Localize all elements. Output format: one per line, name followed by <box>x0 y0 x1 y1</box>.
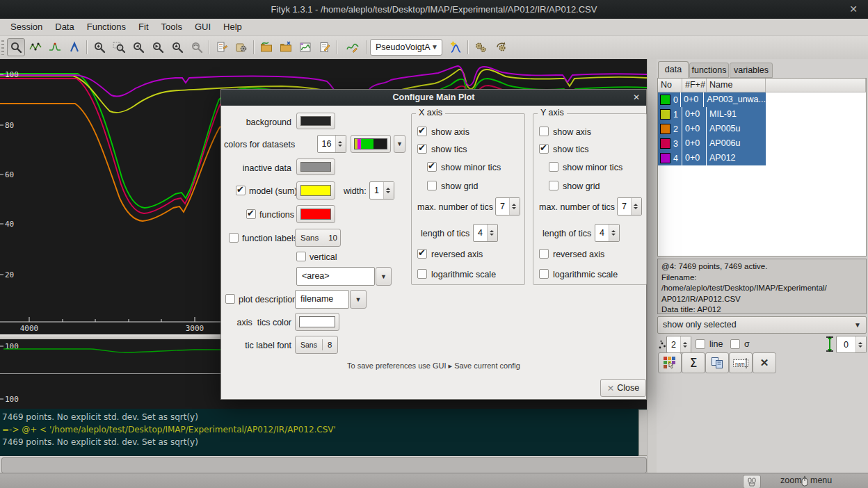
vertical-checkbox[interactable] <box>296 252 306 261</box>
table-row[interactable]: 40+0AP012 <box>658 151 866 165</box>
delete-data-button[interactable]: ✕ <box>753 352 776 373</box>
x-show-tics-checkbox[interactable] <box>417 144 427 154</box>
function-labels-checkbox[interactable] <box>229 233 239 243</box>
data-range-mode-button[interactable] <box>26 38 45 56</box>
load-data-custom-button[interactable] <box>277 38 295 56</box>
close-x-icon: ✕ <box>607 383 614 393</box>
tab-data[interactable]: data <box>658 61 689 78</box>
axis-tics-color-button[interactable] <box>295 313 339 331</box>
command-input[interactable] <box>1 457 647 473</box>
y-show-tics-checkbox[interactable] <box>539 144 549 154</box>
inactive-data-color-button[interactable] <box>296 158 335 175</box>
gui-config-button[interactable] <box>232 38 250 56</box>
zoom-vertical-button[interactable] <box>168 38 186 56</box>
y-tick-label: 100 <box>5 70 19 79</box>
column-header-no[interactable]: No <box>658 79 682 92</box>
y-log-scale-checkbox[interactable] <box>539 269 549 279</box>
zoom-selection-button[interactable] <box>110 38 128 56</box>
label-font-button[interactable]: Sans 10 <box>295 229 341 247</box>
shift-spinner[interactable]: 0 <box>836 336 867 353</box>
tab-variables[interactable]: variables <box>730 63 773 78</box>
table-row[interactable]: 10+0MIL-91 <box>658 107 866 122</box>
column-header-f[interactable]: #F+# <box>682 79 707 92</box>
previous-zoom-button[interactable] <box>188 38 206 56</box>
x-max-tics-spinner[interactable]: 7 <box>495 197 520 215</box>
line-checkbox[interactable] <box>696 339 705 349</box>
undo-fit-button[interactable] <box>492 38 511 56</box>
y-show-grid-checkbox[interactable] <box>549 181 558 190</box>
y-show-minor-tics-checkbox[interactable] <box>549 162 558 172</box>
x-show-axis-checkbox[interactable] <box>417 127 427 136</box>
spinner-arrows[interactable] <box>855 336 866 352</box>
tic-font-button[interactable]: Sans 8 <box>295 336 338 354</box>
function-type-combobox[interactable]: PseudoVoigtA ▼ <box>370 39 442 56</box>
zoom-mode-button[interactable] <box>7 38 25 56</box>
spinner-arrows[interactable] <box>509 198 520 215</box>
menu-help[interactable]: Help <box>217 19 248 35</box>
menu-fit[interactable]: Fit <box>132 19 154 35</box>
y-reversed-axis-checkbox[interactable] <box>539 249 549 259</box>
model-width-spinner[interactable]: 1 <box>369 181 394 200</box>
x-tic-length-spinner[interactable]: 4 <box>473 224 498 242</box>
close-button[interactable]: ✕ Close <box>600 379 646 397</box>
spinner-arrows[interactable] <box>487 225 497 241</box>
dataset-colors-button[interactable] <box>658 352 682 373</box>
table-row[interactable]: 00+0AP003_unwa... <box>658 92 866 107</box>
copy-data-button[interactable] <box>705 352 729 373</box>
run-fit-button[interactable] <box>472 38 490 56</box>
zoom-all-button[interactable] <box>90 38 108 56</box>
x-show-minor-tics-checkbox[interactable] <box>427 162 437 172</box>
define-function-button[interactable] <box>344 38 362 56</box>
model-checkbox[interactable] <box>236 186 246 195</box>
menu-gui[interactable]: GUI <box>188 19 217 35</box>
mouse-mode-button[interactable] <box>743 475 761 488</box>
spinner-arrows[interactable] <box>609 225 619 241</box>
auto-add-peak-button[interactable] <box>447 38 465 56</box>
sigma-checkbox[interactable] <box>730 339 740 349</box>
load-data-button[interactable] <box>257 38 275 56</box>
x-log-scale-checkbox[interactable] <box>417 269 427 279</box>
description-combobox[interactable]: filename <box>295 290 349 309</box>
menu-functions[interactable]: Functions <box>81 19 132 35</box>
y-tic-length-spinner[interactable]: 4 <box>595 224 620 242</box>
background-color-button[interactable] <box>296 113 335 129</box>
menu-tools[interactable]: Tools <box>155 19 188 35</box>
functions-checkbox[interactable] <box>246 209 256 219</box>
x-reversed-axis-checkbox[interactable] <box>417 249 427 259</box>
y-max-tics-spinner[interactable]: 7 <box>617 197 642 215</box>
dataset-colors-count-spinner[interactable]: 16 <box>317 135 346 153</box>
show-filter-combobox[interactable]: show only selected ▼ <box>657 316 867 334</box>
y-show-axis-checkbox[interactable] <box>539 127 549 136</box>
description-dropdown-button[interactable]: ▼ <box>350 290 367 309</box>
label-text-combobox[interactable]: <area> <box>296 267 375 286</box>
drag-peak-mode-button[interactable] <box>65 38 83 56</box>
export-image-button[interactable] <box>296 38 314 56</box>
point-size-spinner[interactable]: 2 <box>666 336 691 353</box>
spinner-arrows[interactable] <box>335 136 346 152</box>
label-text-dropdown-button[interactable]: ▼ <box>376 267 392 286</box>
table-row[interactable]: 30+0AP006u <box>658 136 866 151</box>
spinner-arrows[interactable] <box>631 198 641 215</box>
table-row[interactable]: 20+0AP005u <box>658 122 866 136</box>
dataset-palette-button[interactable] <box>351 135 391 153</box>
dialog-close-icon[interactable]: ✕ <box>633 90 640 105</box>
model-color-button[interactable] <box>296 181 335 200</box>
zoom-left-button[interactable] <box>129 38 147 56</box>
window-close-icon[interactable]: ✕ <box>846 0 861 19</box>
menu-session[interactable]: Session <box>4 19 49 35</box>
session-log-button[interactable] <box>213 38 231 56</box>
column-header-name[interactable]: Name <box>707 79 766 92</box>
spinner-arrows[interactable] <box>383 182 394 199</box>
rename-data-button[interactable]: nam <box>729 352 753 373</box>
functions-color-button[interactable] <box>296 205 335 223</box>
data-editor-button[interactable] <box>316 38 334 56</box>
x-show-grid-checkbox[interactable] <box>427 181 437 190</box>
add-peak-mode-button[interactable] <box>46 38 64 56</box>
palette-dropdown-button[interactable]: ▼ <box>394 135 405 153</box>
spinner-arrows[interactable] <box>680 336 691 352</box>
sum-button[interactable]: Σ <box>682 352 705 373</box>
tab-functions[interactable]: functions <box>689 63 729 78</box>
menu-data[interactable]: Data <box>49 19 80 35</box>
zoom-right-button[interactable] <box>149 38 167 56</box>
plot-description-checkbox[interactable] <box>225 294 235 304</box>
